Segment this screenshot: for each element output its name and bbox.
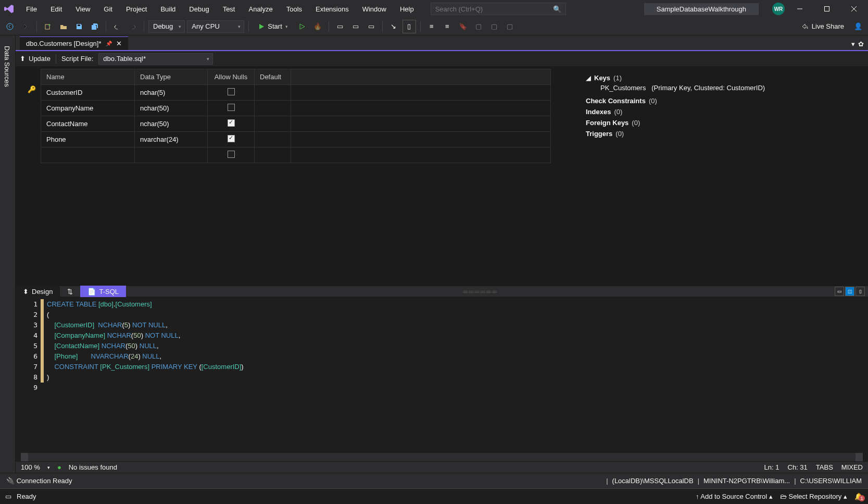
nav-fwd-button[interactable]: [19, 20, 32, 33]
allow-nulls-checkbox[interactable]: [228, 119, 235, 127]
menu-help[interactable]: Help: [394, 2, 420, 16]
key-item[interactable]: PK_Customers (Primary Key, Clustered: Cu…: [586, 82, 859, 94]
keys-group[interactable]: ◢Keys(1): [586, 74, 859, 82]
editor-scrollbar-h[interactable]: [21, 453, 863, 461]
splitter-grip[interactable]: ══════: [126, 288, 835, 296]
update-arrow-icon: ⬆: [20, 55, 26, 63]
col-header[interactable]: Default: [255, 69, 291, 85]
tab-settings-icon[interactable]: ✿: [858, 40, 864, 48]
search-input[interactable]: [435, 5, 553, 13]
save-button[interactable]: [72, 20, 86, 33]
indexes-group[interactable]: Indexes(0): [586, 108, 859, 116]
column-row[interactable]: CompanyNamenchar(50): [41, 101, 551, 116]
lineend-mode[interactable]: MIXED: [841, 463, 863, 471]
select-repository[interactable]: 🗁 Select Repository ▴: [780, 493, 847, 500]
menu-git[interactable]: Git: [97, 2, 119, 16]
tb-icon-9[interactable]: ▢: [487, 20, 501, 33]
tb-icon-4[interactable]: ↘: [387, 20, 400, 33]
tab-overflow-icon[interactable]: ▾: [851, 40, 855, 48]
undo-button[interactable]: [110, 20, 124, 33]
tb-icon-2[interactable]: ▭: [349, 20, 362, 33]
redo-button[interactable]: [126, 20, 140, 33]
triggers-group[interactable]: Triggers(0): [586, 130, 859, 138]
tb-icon-8[interactable]: ▢: [472, 20, 485, 33]
tb-icon-3[interactable]: ▭: [364, 20, 378, 33]
col-header[interactable]: Name: [41, 69, 135, 85]
solution-name: SampleDatabaseWalkthrough: [644, 3, 759, 15]
save-all-button[interactable]: [88, 20, 102, 33]
sql-editor[interactable]: 123456789 CREATE TABLE [dbo].[Customers]…: [16, 297, 868, 453]
pane-layout-3[interactable]: ▯: [856, 287, 865, 296]
pane-splitter[interactable]: ⬍ Design ⇅ 📄 T-SQL ══════ ▭ ◫ ▯: [16, 286, 868, 297]
foreign-keys-group[interactable]: Foreign Keys(0): [586, 119, 859, 127]
start-nodebug-button[interactable]: [295, 20, 309, 33]
tb-icon-10[interactable]: ▢: [503, 20, 517, 33]
nav-back-button[interactable]: [3, 20, 17, 33]
menu-test[interactable]: Test: [217, 2, 242, 16]
allow-nulls-checkbox[interactable]: [228, 104, 235, 111]
menu-debug[interactable]: Debug: [183, 2, 215, 16]
menu-window[interactable]: Window: [356, 2, 393, 16]
tb-icon-5[interactable]: ▯: [402, 20, 416, 33]
col-header[interactable]: Allow Nulls: [208, 69, 255, 85]
open-button[interactable]: [57, 20, 70, 33]
status-output-icon[interactable]: ▭: [5, 493, 11, 500]
svg-rect-0: [825, 7, 829, 11]
editor-status-bar: 100 %▾ ● No issues found Ln: 1 Ch: 31 TA…: [16, 461, 868, 473]
start-debug-button[interactable]: Start▾: [253, 20, 293, 33]
menu-project[interactable]: Project: [120, 2, 153, 16]
maximize-button[interactable]: [815, 1, 839, 17]
menu-build[interactable]: Build: [154, 2, 182, 16]
allow-nulls-checkbox[interactable]: [228, 88, 235, 95]
menu-analyze[interactable]: Analyze: [242, 2, 279, 16]
allow-nulls-checkbox[interactable]: [228, 151, 235, 158]
hot-reload-button[interactable]: 🔥: [311, 20, 324, 33]
notifications-bell-icon[interactable]: 🔔: [854, 493, 863, 500]
conn-icon: 🔌: [6, 477, 15, 485]
design-pane-tab[interactable]: ⬍ Design: [16, 286, 60, 297]
menu-tools[interactable]: Tools: [280, 2, 308, 16]
close-button[interactable]: [842, 1, 866, 17]
new-column-row[interactable]: [41, 147, 551, 163]
menu-extensions[interactable]: Extensions: [309, 2, 355, 16]
update-button[interactable]: ⬆ Update: [20, 55, 51, 63]
swap-icon[interactable]: ⇅: [60, 286, 80, 297]
tb-icon-6[interactable]: ≡: [425, 20, 438, 33]
data-sources-tab[interactable]: Data Sources: [0, 43, 14, 90]
allow-nulls-checkbox[interactable]: [228, 135, 235, 142]
check-constraints-group[interactable]: Check Constraints(0): [586, 97, 859, 105]
close-tab-icon[interactable]: ✕: [116, 40, 122, 47]
conn-path: C:\USERS\WILLIAM: [800, 477, 862, 485]
column-row[interactable]: Phonenvarchar(24): [41, 132, 551, 147]
col-header[interactable]: Data Type: [135, 69, 208, 85]
pane-layout-1[interactable]: ▭: [835, 287, 844, 296]
column-row[interactable]: ContactNamenchar(50): [41, 116, 551, 132]
feedback-icon[interactable]: 👤: [851, 20, 865, 33]
code-area[interactable]: CREATE TABLE [dbo].[Customers]( [Custome…: [44, 297, 868, 453]
tb-icon-7[interactable]: ≡: [441, 20, 454, 33]
pane-layout-2[interactable]: ◫: [845, 287, 854, 296]
menu-view[interactable]: View: [69, 2, 96, 16]
script-file-dropdown[interactable]: dbo.Table.sql*: [98, 53, 213, 65]
pin-icon[interactable]: 📌: [106, 41, 112, 46]
new-item-button[interactable]: [41, 20, 55, 33]
user-avatar[interactable]: WR: [772, 3, 785, 15]
menu-edit[interactable]: Edit: [44, 2, 68, 16]
caret-col: Ch: 31: [788, 463, 808, 471]
add-source-control[interactable]: ↑ Add to Source Control ▴: [696, 493, 773, 500]
indent-mode[interactable]: TABS: [816, 463, 833, 471]
doc-tab-customers[interactable]: dbo.Customers [Design]* 📌 ✕: [20, 36, 128, 50]
zoom-level[interactable]: 100 %: [21, 463, 40, 471]
live-share-button[interactable]: Live Share: [796, 22, 849, 30]
tsql-pane-tab[interactable]: 📄 T-SQL: [80, 286, 126, 297]
platform-dropdown[interactable]: Any CPU: [187, 20, 244, 33]
tb-icon-1[interactable]: ▭: [333, 20, 347, 33]
minimize-button[interactable]: [788, 1, 812, 17]
search-box[interactable]: 🔍: [431, 3, 566, 15]
column-row[interactable]: CustomerIDnchar(5): [41, 85, 551, 101]
columns-grid[interactable]: NameData TypeAllow NullsDefaultCustomerI…: [16, 67, 576, 286]
menu-file[interactable]: File: [20, 2, 43, 16]
bookmark-icon[interactable]: 🔖: [456, 20, 470, 33]
config-dropdown[interactable]: Debug: [148, 20, 185, 33]
primary-key-icon: 🔑: [28, 85, 36, 93]
